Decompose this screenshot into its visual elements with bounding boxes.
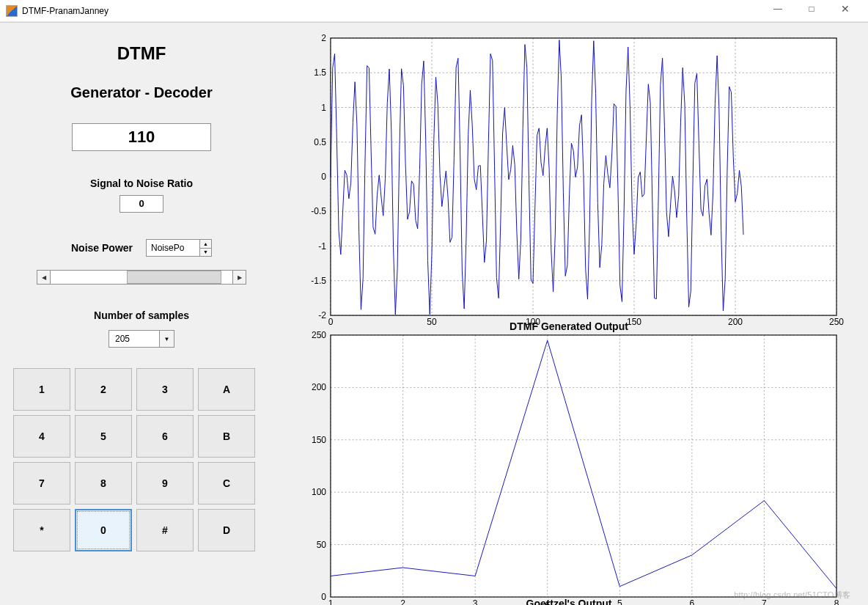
ytick-label: 200 <box>312 382 326 392</box>
slider-right-arrow-icon[interactable]: ▶ <box>232 271 246 284</box>
svg-rect-30 <box>331 335 836 597</box>
snr-label: Signal to Noise Ratio <box>13 177 270 189</box>
xtick-label: 5 <box>617 598 622 605</box>
ytick-label: 1 <box>321 103 326 113</box>
plot-goertzel-output: 05010015020025012345678 <box>330 334 837 598</box>
plots-panel: -2-1.5-1-0.500.511.52050100150200250 DTM… <box>286 30 852 598</box>
ytick-label: 0.5 <box>314 137 326 147</box>
keypad-key-5[interactable]: 5 <box>75 415 132 458</box>
keypad-key-#[interactable]: # <box>136 509 194 551</box>
plot-dtmf-title: DTMF Generated Output <box>510 320 628 332</box>
keypad-key-C[interactable]: C <box>198 462 255 505</box>
spinner-up-icon[interactable]: ▲ <box>200 240 211 249</box>
xtick-label: 1 <box>328 598 334 605</box>
xtick-label: 6 <box>690 598 695 605</box>
slider-thumb[interactable] <box>127 271 221 284</box>
ytick-label: -1 <box>318 241 326 252</box>
keypad-key-8[interactable]: 8 <box>75 462 132 505</box>
xtick-label: 150 <box>627 317 641 327</box>
ytick-label: -0.5 <box>311 206 326 216</box>
keypad-key-2[interactable]: 2 <box>75 368 132 411</box>
minimize-button[interactable]: — <box>761 0 795 20</box>
keypad-key-9[interactable]: 9 <box>136 462 194 505</box>
window-title: DTMF-PranamJanney <box>22 6 761 16</box>
plot-dtmf-output: -2-1.5-1-0.500.511.52050100150200250 <box>330 37 837 316</box>
watermark: http://blog.csdn.net/51CTO博客 <box>734 590 850 601</box>
noise-power-spinner[interactable]: NoisePo ▲ ▼ <box>146 239 212 257</box>
samples-value: 205 <box>115 334 130 344</box>
xtick-label: 200 <box>728 317 743 327</box>
xtick-label: 50 <box>427 317 436 327</box>
ytick-label: 250 <box>312 330 326 340</box>
keypad: 123A456B789C*0#D <box>13 368 270 551</box>
keypad-key-3[interactable]: 3 <box>136 368 194 411</box>
keypad-key-0[interactable]: 0 <box>75 509 132 551</box>
close-button[interactable]: ✕ <box>828 0 862 20</box>
samples-dropdown[interactable]: 205 ▼ <box>108 330 174 348</box>
keypad-key-6[interactable]: 6 <box>136 415 194 458</box>
ytick-label: 100 <box>312 487 326 497</box>
samples-label: Number of samples <box>13 309 270 321</box>
maximize-button[interactable]: □ <box>795 0 828 20</box>
keypad-key-4[interactable]: 4 <box>13 415 70 458</box>
xtick-label: 250 <box>829 317 844 327</box>
snr-value: 0 <box>119 195 163 213</box>
noise-power-spinner-text: NoisePo <box>151 243 184 253</box>
ytick-label: -1.5 <box>311 276 326 286</box>
controls-panel: DTMF Generator - Decoder 110 Signal to N… <box>13 30 270 598</box>
xtick-label: 0 <box>328 317 334 327</box>
title-sub: Generator - Decoder <box>13 84 270 101</box>
xtick-label: 2 <box>400 598 405 605</box>
slider-left-arrow-icon[interactable]: ◀ <box>37 271 51 284</box>
keypad-key-A[interactable]: A <box>198 368 255 411</box>
ytick-label: 2 <box>321 33 326 43</box>
keypad-key-B[interactable]: B <box>198 415 255 458</box>
ytick-label: 1.5 <box>314 67 326 78</box>
title-main: DTMF <box>13 43 270 64</box>
ytick-label: -2 <box>318 310 326 320</box>
xtick-label: 3 <box>473 598 478 605</box>
ytick-label: 0 <box>321 172 326 182</box>
ytick-label: 150 <box>312 435 326 445</box>
dropdown-arrow-icon[interactable]: ▼ <box>159 331 174 347</box>
keypad-key-1[interactable]: 1 <box>13 368 70 411</box>
noise-power-label: Noise Power <box>71 242 133 254</box>
keypad-key-D[interactable]: D <box>198 509 255 551</box>
ytick-label: 0 <box>321 592 326 602</box>
spinner-down-icon[interactable]: ▼ <box>200 249 211 257</box>
window-titlebar: DTMF-PranamJanney — □ ✕ <box>0 0 868 22</box>
app-body: DTMF Generator - Decoder 110 Signal to N… <box>0 22 868 605</box>
keypad-key-7[interactable]: 7 <box>13 462 70 505</box>
plot-goertzel-title: Goertzel's Output <box>526 598 612 605</box>
keypad-key-*[interactable]: * <box>13 509 70 551</box>
noise-power-slider[interactable]: ◀ ▶ <box>37 270 246 285</box>
slider-track[interactable] <box>51 271 232 284</box>
app-icon <box>6 5 18 17</box>
display-output: 110 <box>72 123 211 151</box>
ytick-label: 50 <box>317 540 326 550</box>
